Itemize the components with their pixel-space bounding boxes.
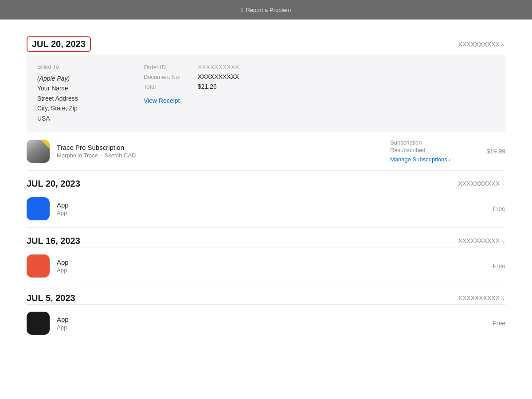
section-header-2: JUL 20, 2023 XXXXXXXXXX ⌄ <box>27 179 505 189</box>
section-group-4: JUL 5, 2023 XXXXXXXXXX ⌄ App App Free <box>27 293 505 342</box>
billed-name: Your Name <box>37 83 126 93</box>
red-app-name: App <box>57 258 479 266</box>
chevron-down-icon-3: ⌄ <box>501 238 505 244</box>
billed-to-label: Billed To <box>37 63 126 70</box>
document-no-row: Document No. XXXXXXXXXX <box>144 73 495 80</box>
payment-method: (Apple Pay) <box>37 74 126 83</box>
black-app-price: Free <box>479 320 505 327</box>
billed-to-value: (Apple Pay) Your Name Street Address Cit… <box>37 74 126 123</box>
section-group-3: JUL 16, 2023 XXXXXXXXXX ⌄ App App Free <box>27 236 505 285</box>
trace-pro-sub-info: Subscription Resubscribed Manage Subscri… <box>390 139 479 163</box>
total-value: $21.26 <box>198 83 217 90</box>
order-id-label: Order ID <box>144 64 192 70</box>
trace-pro-icon <box>27 140 50 163</box>
blue-app-subtitle: App <box>57 210 479 216</box>
document-no-value: XXXXXXXXXX <box>198 73 239 80</box>
trace-pro-name: Trace Pro Subscription <box>57 144 372 151</box>
billed-street: Street Address <box>37 94 126 103</box>
blue-app-price: Free <box>479 205 505 212</box>
view-receipt-link[interactable]: View Receipt <box>144 97 180 104</box>
section-group-2: JUL 20, 2023 XXXXXXXXXX ⌄ App App Free <box>27 179 505 228</box>
billed-city: City, State, Zip <box>37 103 126 113</box>
order-details-section: Order ID XXXXXXXXXX Document No. XXXXXXX… <box>144 63 495 123</box>
red-app-icon <box>27 254 50 278</box>
trace-pro-sub-status: Resubscribed <box>390 147 479 153</box>
order-id-value: XXXXXXXXXX <box>198 63 239 70</box>
detail-card-1: Billed To (Apple Pay) Your Name Street A… <box>27 55 505 132</box>
section-group-1: JUL 20, 2023 XXXXXXXXXX ⌄ Billed To (App… <box>27 36 505 171</box>
red-app-info: App App <box>57 258 479 274</box>
section-header-4: JUL 5, 2023 XXXXXXXXXX ⌄ <box>27 293 505 303</box>
main-content: JUL 20, 2023 XXXXXXXXXX ⌄ Billed To (App… <box>0 20 532 360</box>
manage-subscriptions-link[interactable]: Manage Subscriptions › <box>390 156 451 163</box>
order-id-text-4: XXXXXXXXXX <box>458 294 500 301</box>
blue-app-name: App <box>57 201 479 209</box>
blue-app-icon <box>27 197 50 220</box>
billed-country: USA <box>37 113 126 123</box>
section-date-3: JUL 16, 2023 <box>27 236 80 246</box>
section-date-1: JUL 20, 2023 <box>27 36 91 52</box>
trace-pro-info: Trace Pro Subscription Morpholio Trace –… <box>57 144 372 159</box>
app-row-black: App App Free <box>27 305 505 342</box>
trace-pro-price: $19.99 <box>479 148 505 155</box>
order-id-text-2: XXXXXXXXXX <box>458 180 500 187</box>
trace-pro-sub-type: Subscription <box>390 139 479 146</box>
section-date-4: JUL 5, 2023 <box>27 293 75 303</box>
app-row-red: App App Free <box>27 247 505 285</box>
red-app-subtitle: App <box>57 267 479 274</box>
black-app-subtitle: App <box>57 324 479 331</box>
apple-logo-icon:  <box>241 7 243 13</box>
document-no-label: Document No. <box>144 74 192 80</box>
section-order-id-2[interactable]: XXXXXXXXXX ⌄ <box>458 180 505 187</box>
red-app-price: Free <box>479 262 505 270</box>
title-bar-text: Report a Problem <box>246 7 291 13</box>
trace-pro-subtitle: Morpholio Trace – Sketch CAD <box>57 152 372 159</box>
section-header-3: JUL 16, 2023 XXXXXXXXXX ⌄ <box>27 236 505 246</box>
total-row: Total $21.26 <box>144 83 495 90</box>
section-header-1: JUL 20, 2023 XXXXXXXXXX ⌄ <box>27 36 505 52</box>
chevron-down-icon-4: ⌄ <box>501 295 505 301</box>
order-id-row: Order ID XXXXXXXXXX <box>144 63 495 70</box>
order-id-text-1: XXXXXXXXXX <box>458 41 500 48</box>
app-row-blue: App App Free <box>27 190 505 228</box>
black-app-info: App App <box>57 316 479 331</box>
chevron-down-icon-1: ⌄ <box>501 41 505 47</box>
section-order-id-3[interactable]: XXXXXXXXXX ⌄ <box>458 237 505 244</box>
chevron-down-icon-2: ⌄ <box>501 181 505 187</box>
order-id-text-3: XXXXXXXXXX <box>458 237 500 244</box>
section-order-id-4[interactable]: XXXXXXXXXX ⌄ <box>458 294 505 301</box>
black-app-icon <box>27 312 50 335</box>
total-label: Total <box>144 83 192 90</box>
title-bar:  Report a Problem <box>0 0 532 20</box>
black-app-name: App <box>57 316 479 323</box>
blue-app-info: App App <box>57 201 479 216</box>
section-order-id-1[interactable]: XXXXXXXXXX ⌄ <box>458 41 505 48</box>
section-date-2: JUL 20, 2023 <box>27 179 80 189</box>
billed-to-section: Billed To (Apple Pay) Your Name Street A… <box>37 63 126 123</box>
app-row-trace-pro: Trace Pro Subscription Morpholio Trace –… <box>27 132 505 171</box>
